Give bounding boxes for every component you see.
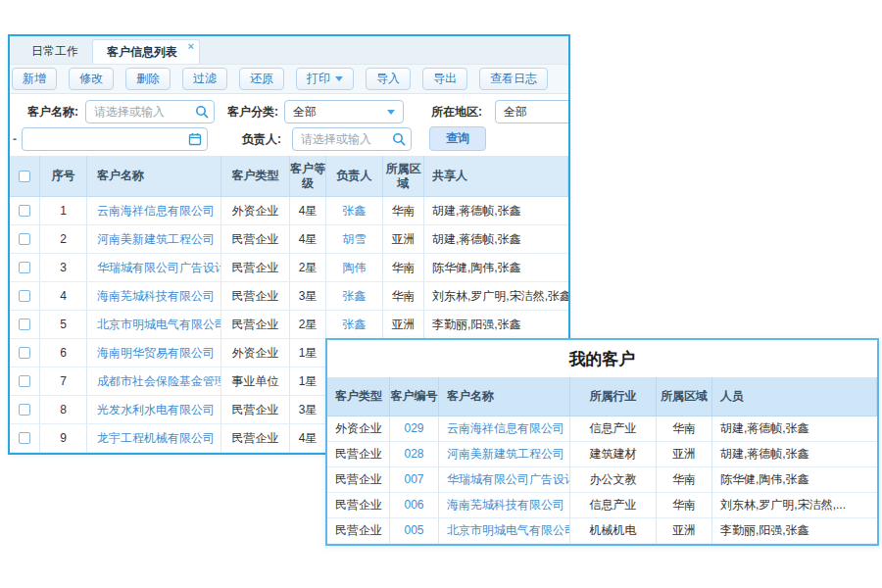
row-no: 9	[40, 424, 87, 453]
customer-industry: 信息产业	[570, 416, 657, 442]
tab-daily-work[interactable]: 日常工作	[18, 39, 92, 64]
date-range-separator: -	[13, 127, 17, 151]
col-header-type: 客户类型	[221, 156, 290, 197]
customer-category-select[interactable]: 全部	[284, 100, 404, 123]
customer-name-link[interactable]: 海南明华贸易有限公司	[97, 346, 215, 361]
tab-bar: 日常工作 客户信息列表 ×	[10, 36, 568, 64]
select-all-checkbox[interactable]	[19, 171, 30, 182]
customer-name-link[interactable]: 河南美新建筑工程公司	[447, 447, 564, 462]
view-log-button[interactable]: 查看日志	[479, 68, 548, 90]
customer-industry: 信息产业	[570, 493, 657, 518]
customer-level: 4星	[290, 424, 326, 453]
customer-level: 2星	[290, 311, 326, 339]
customer-type: 民营企业	[221, 311, 290, 339]
row-no: 8	[40, 396, 87, 424]
my-customers-panel: 我的客户 客户类型 客户编号 客户名称 所属行业 所属区域 人员 外资企业 02…	[325, 338, 879, 546]
customer-name-link[interactable]: 云南海祥信息有限公司	[97, 204, 215, 219]
chevron-down-icon	[335, 76, 343, 81]
restore-button[interactable]: 还原	[239, 68, 284, 90]
owner-filter-label: 负责人:	[242, 127, 281, 151]
customer-type: 民营企业	[221, 225, 290, 254]
customer-name-link[interactable]: 成都市社会保险基金管理...	[97, 374, 221, 389]
customer-name-link[interactable]: 北京市明城电气有限公司	[97, 318, 221, 332]
calendar-icon[interactable]	[188, 132, 202, 149]
row-checkbox[interactable]	[19, 233, 30, 245]
row-checkbox[interactable]	[19, 375, 30, 387]
delete-button[interactable]: 删除	[125, 68, 171, 90]
query-button[interactable]: 查询	[429, 126, 486, 151]
col-header-owner: 负责人	[326, 156, 383, 197]
col-header-no: 序号	[40, 156, 87, 197]
export-button[interactable]: 导出	[422, 68, 467, 90]
tab-customer-list[interactable]: 客户信息列表 ×	[92, 39, 200, 64]
customer-type: 外资企业	[221, 339, 290, 368]
edit-button[interactable]: 修改	[69, 68, 114, 90]
col-header-shared: 共享人	[424, 156, 568, 197]
customer-people: 李勤丽,阳强,张鑫	[712, 518, 877, 544]
row-checkbox[interactable]	[19, 318, 30, 330]
customer-region: 华南	[383, 197, 424, 225]
customer-code-link[interactable]: 007	[404, 472, 423, 487]
row-checkbox[interactable]	[19, 205, 30, 217]
customer-name-link[interactable]: 北京市明城电气有限公司	[447, 523, 570, 538]
row-no: 4	[40, 282, 87, 311]
customer-name-link[interactable]: 河南美新建筑工程公司	[97, 232, 215, 247]
row-no: 2	[40, 225, 87, 254]
customer-name-link[interactable]: 云南海祥信息有限公司	[447, 421, 564, 436]
search-icon[interactable]	[195, 105, 209, 122]
date-input[interactable]	[22, 127, 208, 151]
row-no: 7	[40, 368, 87, 396]
chevron-down-icon	[387, 110, 395, 115]
customer-level: 2星	[290, 254, 326, 282]
owner-link[interactable]: 陶伟	[343, 261, 367, 275]
my-customers-title: 我的客户	[327, 340, 877, 377]
table-header-row: 序号 客户名称 客户类型 客户等级 负责人 所属区域 共享人	[10, 156, 568, 197]
customer-name-link[interactable]: 海南芜城科技有限公司	[97, 289, 215, 304]
table-row: 1 云南海祥信息有限公司 外资企业 4星 张鑫 华南 胡建,蒋德帧,张鑫	[10, 197, 568, 225]
row-no: 3	[40, 254, 87, 282]
search-icon[interactable]	[392, 132, 406, 149]
customer-category-label: 客户分类:	[227, 100, 278, 123]
owner-link[interactable]: 张鑫	[343, 318, 367, 332]
customer-type: 民营企业	[221, 424, 290, 453]
customer-code-link[interactable]: 005	[404, 523, 423, 538]
customer-type: 民营企业	[327, 467, 390, 493]
customer-region: 亚洲	[383, 311, 424, 339]
row-checkbox[interactable]	[19, 404, 30, 416]
customer-name-link[interactable]: 海南芜城科技有限公司	[447, 498, 564, 513]
col-header-region: 所属区域	[383, 156, 424, 197]
owner-link[interactable]: 胡雪	[343, 232, 367, 247]
customer-name-link[interactable]: 华瑞城有限公司广告设计部	[447, 472, 570, 487]
customer-level: 1星	[290, 368, 326, 396]
customer-code-link[interactable]: 028	[404, 447, 423, 462]
table-row: 4 海南芜城科技有限公司 民营企业 3星 张鑫 华南 刘东林,罗广明,宋洁然,张…	[10, 282, 568, 311]
customer-name-link[interactable]: 华瑞城有限公司广告设计部	[97, 261, 221, 275]
row-checkbox[interactable]	[19, 432, 30, 444]
customer-region: 亚洲	[383, 225, 424, 254]
print-button[interactable]: 打印	[296, 68, 354, 90]
row-checkbox[interactable]	[19, 262, 30, 273]
customer-name-link[interactable]: 光发水利水电有限公司	[97, 403, 215, 417]
close-icon[interactable]: ×	[188, 41, 194, 52]
customer-code-link[interactable]: 006	[404, 498, 423, 513]
customer-name-link[interactable]: 龙宇工程机械有限公司	[97, 431, 215, 446]
region-filter-select[interactable]: 全部	[495, 100, 570, 123]
region-filter-label: 所在地区:	[431, 100, 482, 123]
col-header-people: 人员	[712, 377, 877, 416]
table-row: 民营企业 007 华瑞城有限公司广告设计部 办公文教 华南 陈华健,陶伟,张鑫	[327, 467, 877, 493]
table-row: 民营企业 028 河南美新建筑工程公司 建筑建材 亚洲 胡建,蒋德帧,张鑫	[327, 442, 877, 467]
customer-code-link[interactable]: 029	[404, 421, 423, 436]
owner-link[interactable]: 张鑫	[343, 204, 367, 219]
row-checkbox[interactable]	[19, 347, 30, 359]
import-button[interactable]: 导入	[366, 68, 411, 90]
customer-level: 3星	[290, 396, 326, 424]
row-checkbox[interactable]	[19, 290, 30, 302]
customer-level: 1星	[290, 339, 326, 368]
owner-link[interactable]: 张鑫	[343, 289, 367, 304]
toolbar: 新增 修改 删除 过滤 还原 打印 导入 导出 查看日志	[10, 64, 568, 94]
row-no: 1	[40, 197, 87, 225]
filter-button[interactable]: 过滤	[182, 68, 227, 90]
add-button[interactable]: 新增	[12, 68, 57, 90]
customer-people: 胡建,蒋德帧,张鑫	[712, 442, 877, 467]
table-row: 3 华瑞城有限公司广告设计部 民营企业 2星 陶伟 华南 陈华健,陶伟,张鑫	[10, 254, 568, 282]
